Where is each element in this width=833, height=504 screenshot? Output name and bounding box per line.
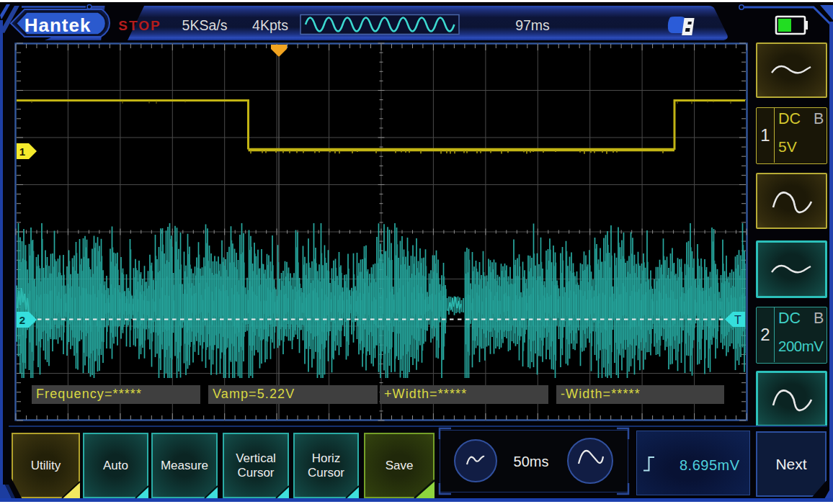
svg-text:T: T — [734, 314, 741, 326]
svg-text:1: 1 — [19, 145, 25, 158]
svg-text:8.695mV: 8.695mV — [680, 457, 740, 473]
svg-text:50ms: 50ms — [514, 454, 549, 469]
svg-text:2: 2 — [19, 314, 25, 326]
